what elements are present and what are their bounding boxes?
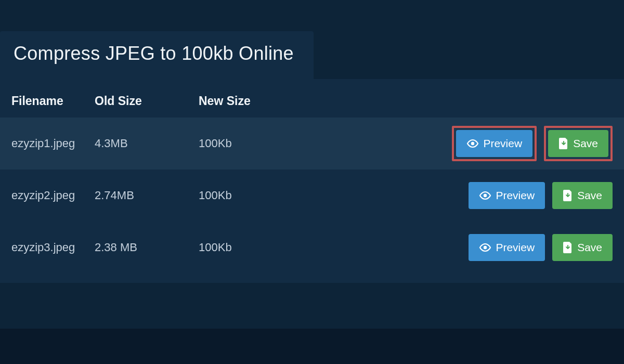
download-file-icon [563,190,573,201]
highlight-save: Save [544,126,613,161]
eye-icon [466,137,479,150]
svg-point-2 [484,246,487,249]
svg-point-1 [484,194,487,197]
preview-button[interactable]: Preview [456,130,532,157]
save-button-label: Save [577,189,602,202]
cell-newsize: 100Kb [199,137,452,150]
page-title: Compress JPEG to 100kb Online [14,43,294,64]
preview-button[interactable]: Preview [469,182,545,209]
cell-filename: ezyzip3.jpeg [11,241,95,254]
save-button[interactable]: Save [552,182,613,209]
col-header-newsize: New Size [199,94,613,108]
cell-oldsize: 4.3MB [95,137,199,150]
save-button[interactable]: Save [548,130,608,157]
save-button-label: Save [573,137,598,150]
preview-button-label: Preview [496,189,535,202]
svg-point-0 [471,142,474,145]
download-file-icon [563,242,573,253]
eye-icon [479,189,491,202]
preview-button-label: Preview [483,137,522,150]
save-button[interactable]: Save [552,234,613,261]
cell-filename: ezyzip2.jpeg [11,189,95,202]
eye-icon [479,241,491,254]
cell-oldsize: 2.38 MB [95,241,199,254]
table-row: ezyzip1.jpeg 4.3MB 100Kb Preview [0,118,624,170]
table-row: ezyzip2.jpeg 2.74MB 100Kb Preview [0,170,624,222]
preview-button-label: Preview [496,241,535,254]
highlight-preview: Preview [452,126,537,161]
results-panel: Filename Old Size New Size ezyzip1.jpeg … [0,79,624,283]
cell-newsize: 100Kb [199,189,469,202]
col-header-oldsize: Old Size [95,94,199,108]
cell-newsize: 100Kb [199,241,469,254]
cell-oldsize: 2.74MB [95,189,199,202]
table-row: ezyzip3.jpeg 2.38 MB 100Kb Preview [0,222,624,274]
preview-button[interactable]: Preview [469,234,545,261]
save-button-label: Save [577,241,602,254]
bottom-bar [0,329,624,364]
col-header-filename: Filename [11,94,95,108]
table-header-row: Filename Old Size New Size [0,84,624,118]
tab-header: Compress JPEG to 100kb Online [0,31,314,79]
results-table: Filename Old Size New Size ezyzip1.jpeg … [0,84,624,274]
cell-filename: ezyzip1.jpeg [11,137,95,150]
download-file-icon [558,138,569,149]
